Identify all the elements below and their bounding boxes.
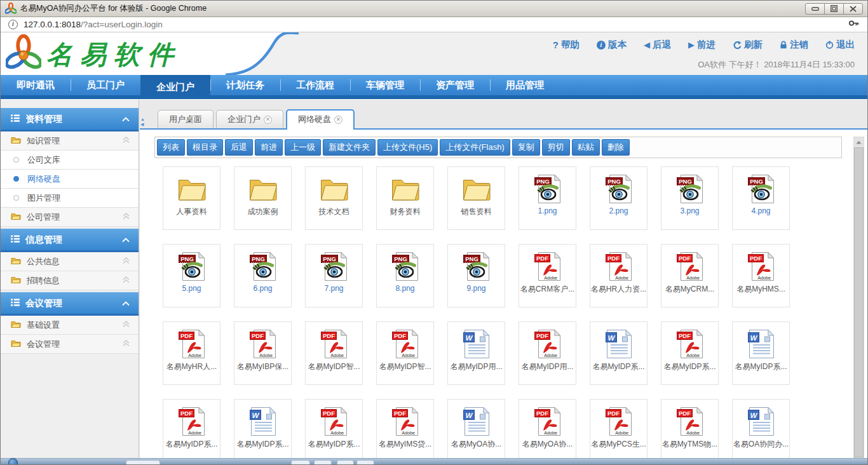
sidebar-subitem-公司文库[interactable]: 公司文库 <box>1 151 139 170</box>
file-item-成功案例[interactable]: 成功案例 <box>234 166 292 230</box>
header-link-刷新[interactable]: 刷新 <box>733 39 763 51</box>
sidebar-item-基础设置[interactable]: 基础设置 <box>1 316 139 335</box>
tab-网络硬盘[interactable]: 网络硬盘 ✕ <box>286 109 355 130</box>
file-item-销售资料[interactable]: 销售资料 <box>447 166 505 230</box>
nav-item-车辆管理[interactable]: 车辆管理 <box>350 75 420 95</box>
toolbar-button-列表[interactable]: 列表 <box>157 139 185 156</box>
file-item-名易MyHR人...[interactable]: PDFAdobe 名易MyHR人... <box>163 321 220 385</box>
header-link-注销[interactable]: 注销 <box>780 39 808 51</box>
maximize-button[interactable] <box>824 3 844 15</box>
file-item-名易MyIMS贷...[interactable]: PDFAdobe 名易MyIMS贷... <box>376 399 434 462</box>
file-item-1.png[interactable]: PNG 1.png <box>519 166 576 230</box>
tab-企业门户[interactable]: 企业门户 ✕ <box>216 110 283 128</box>
scrollbar-thumb[interactable] <box>854 147 864 457</box>
toolbar-button-上传文件(Flash)[interactable]: 上传文件(Flash) <box>440 139 510 156</box>
file-item-6.png[interactable]: PNG 6.png <box>234 244 292 307</box>
file-item-名易MyIDP系...[interactable]: PDFAdobe 名易MyIDP系... <box>305 399 363 462</box>
file-item-名易MyIDP系...[interactable]: W 名易MyIDP系... <box>234 399 292 462</box>
header-link-退出[interactable]: 退出 <box>825 39 855 51</box>
sidebar-item-知识管理[interactable]: 知识管理 <box>1 131 139 151</box>
tab-close-icon[interactable]: ✕ <box>264 116 272 124</box>
sidebar-item-招聘信息[interactable]: 招聘信息 <box>1 271 139 290</box>
header-link-后退[interactable]: ◀ 后退 <box>644 39 671 51</box>
sidebar-item-公共信息[interactable]: 公共信息 <box>1 252 139 271</box>
nav-item-即时通讯[interactable]: 即时通讯 <box>1 75 71 95</box>
nav-item-工作流程[interactable]: 工作流程 <box>280 75 350 95</box>
file-item-名易MyIDP智...[interactable]: PDFAdobe 名易MyIDP智... <box>305 321 363 385</box>
file-item-4.png[interactable]: PNG 4.png <box>732 166 790 230</box>
file-item-名易CRM客户...[interactable]: PDFAdobe 名易CRM客户... <box>519 244 576 307</box>
nav-item-资产管理[interactable]: 资产管理 <box>420 75 490 95</box>
taskbar-button[interactable] <box>126 460 160 464</box>
sidebar-group-header-资料管理[interactable]: 资料管理 <box>1 108 139 131</box>
toolbar-button-上一级[interactable]: 上一级 <box>285 139 321 156</box>
browser-urlbar[interactable]: i 127.0.0.1:8018/?act=userLogin.login <box>1 17 867 32</box>
file-item-技术文档[interactable]: 技术文档 <box>305 166 363 230</box>
file-item-3.png[interactable]: PNG 3.png <box>661 166 719 230</box>
tab-用户桌面[interactable]: 用户桌面 <box>158 110 214 128</box>
taskbar-button[interactable] <box>291 460 310 464</box>
file-item-7.png[interactable]: PNG 7.png <box>305 244 363 307</box>
tab-close-icon[interactable]: ✕ <box>334 116 342 124</box>
taskbar-button[interactable] <box>314 460 332 464</box>
toolbar-button-前进[interactable]: 前进 <box>255 139 283 156</box>
header-link-版本[interactable]: i 版本 <box>597 39 627 51</box>
file-item-名易MyPCS生...[interactable]: PDFAdobe 名易MyPCS生... <box>590 399 648 462</box>
sidebar-collapse-handle[interactable]: ▲◀ <box>140 117 145 127</box>
file-item-名易MyTMS物...[interactable]: PDFAdobe 名易MyTMS物... <box>661 399 719 462</box>
toolbar-button-删除[interactable]: 删除 <box>602 139 630 156</box>
sidebar-item-公司管理[interactable]: 公司管理 <box>1 208 139 227</box>
nav-item-用品管理[interactable]: 用品管理 <box>490 75 560 95</box>
file-item-名易MyCRM...[interactable]: PDFAdobe 名易MyCRM... <box>661 244 719 307</box>
vertical-scrollbar[interactable] <box>853 137 864 458</box>
toolbar-button-复制[interactable]: 复制 <box>512 139 540 156</box>
toolbar-button-后退[interactable]: 后退 <box>225 139 253 156</box>
file-item-9.png[interactable]: PNG 9.png <box>447 244 505 307</box>
file-item-名易MyIDP系...[interactable]: W 名易MyIDP系... <box>732 321 790 385</box>
taskbar-button[interactable] <box>337 460 354 464</box>
start-orb-icon[interactable] <box>8 458 18 465</box>
sidebar-item-会议管理[interactable]: 会议管理 <box>1 335 139 354</box>
nav-item-企业门户[interactable]: 企业门户 <box>140 75 210 99</box>
file-item-名易MyIDP系...[interactable]: W 名易MyIDP系... <box>590 321 648 385</box>
file-item-财务资料[interactable]: 财务资料 <box>376 166 434 230</box>
taskbar-button[interactable] <box>356 460 374 464</box>
header-link-前进[interactable]: ▶ 前进 <box>688 39 715 51</box>
nav-item-员工门户[interactable]: 员工门户 <box>71 75 140 95</box>
file-item-名易MyOA协...[interactable]: W 名易MyOA协... <box>447 399 505 462</box>
svg-text:Adobe: Adobe <box>330 352 344 358</box>
page-info-icon[interactable]: i <box>8 20 18 29</box>
file-item-名易MyIDP系...[interactable]: PDFAdobe 名易MyIDP系... <box>163 399 220 462</box>
scroll-up-button[interactable] <box>854 137 864 147</box>
file-item-名易MyIBP保...[interactable]: PDFAdobe 名易MyIBP保... <box>234 321 292 385</box>
minimize-button[interactable] <box>805 3 825 15</box>
file-item-5.png[interactable]: PNG 5.png <box>163 244 220 307</box>
toolbar-button-粘贴[interactable]: 粘贴 <box>572 139 600 156</box>
sidebar-group-header-信息管理[interactable]: 信息管理 <box>1 229 139 252</box>
file-item-名易MyIDP智...[interactable]: PDFAdobe 名易MyIDP智... <box>376 321 434 385</box>
file-item-名易MyIDP用...[interactable]: W 名易MyIDP用... <box>447 321 505 385</box>
file-item-名易HR人力资...[interactable]: PDFAdobe 名易HR人力资... <box>590 244 648 307</box>
nav-item-计划任务[interactable]: 计划任务 <box>210 75 280 95</box>
url-text[interactable]: 127.0.0.1:8018/?act=userLogin.login <box>24 20 163 29</box>
sidebar-subitem-网络硬盘[interactable]: 网络硬盘 <box>1 170 139 189</box>
file-item-人事资料[interactable]: 人事资料 <box>163 166 220 230</box>
radio-icon <box>13 195 19 201</box>
key-icon[interactable] <box>848 18 860 30</box>
file-item-2.png[interactable]: PNG 2.png <box>590 166 648 230</box>
header-link-帮助[interactable]: ? 帮助 <box>553 39 580 51</box>
toolbar-button-上传文件(H5)[interactable]: 上传文件(H5) <box>377 139 438 156</box>
file-item-名易MyIDP用...[interactable]: PDFAdobe 名易MyIDP用... <box>519 321 576 385</box>
file-item-名易MyHMS...[interactable]: PDFAdobe 名易MyHMS... <box>732 244 790 307</box>
file-item-名易MyIDP系...[interactable]: PDFAdobe 名易MyIDP系... <box>661 321 719 385</box>
sidebar-subitem-图片管理[interactable]: 图片管理 <box>1 189 139 208</box>
file-name: 名易MyCRM... <box>665 284 714 295</box>
toolbar-button-新建文件夹[interactable]: 新建文件夹 <box>323 139 376 156</box>
file-item-名易MyOA协...[interactable]: PDFAdobe 名易MyOA协... <box>519 399 576 462</box>
file-item-名易OA协同办...[interactable]: W 名易OA协同办... <box>732 399 790 462</box>
close-button[interactable] <box>843 3 863 15</box>
toolbar-button-剪切[interactable]: 剪切 <box>542 139 570 156</box>
file-item-8.png[interactable]: PNG 8.png <box>376 244 434 307</box>
toolbar-button-根目录[interactable]: 根目录 <box>187 139 223 156</box>
sidebar-group-header-会议管理[interactable]: 会议管理 <box>1 292 139 316</box>
